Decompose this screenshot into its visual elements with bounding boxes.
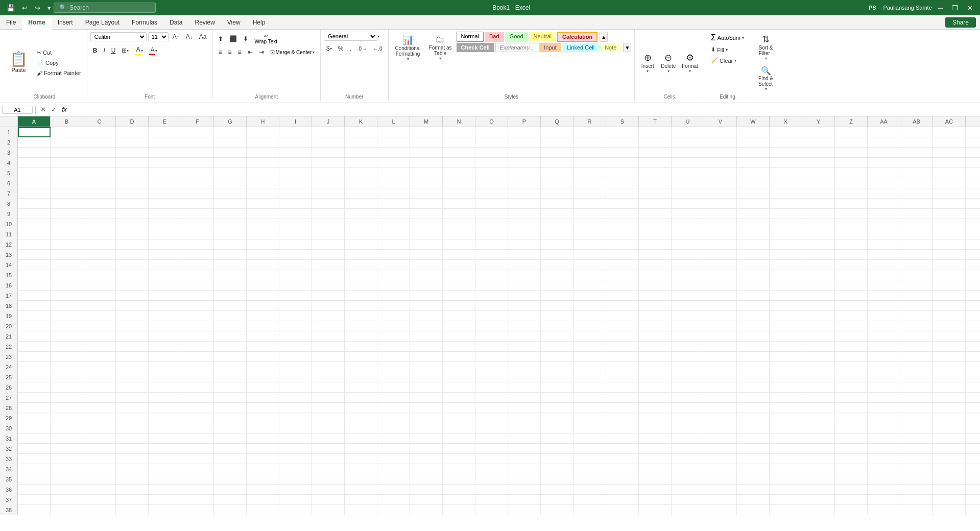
cell-AB25[interactable] <box>900 372 933 382</box>
cell-A17[interactable] <box>18 291 51 301</box>
cell-N22[interactable] <box>443 342 475 352</box>
cell-A13[interactable] <box>18 250 51 260</box>
cell-S1[interactable] <box>606 127 639 137</box>
cell-L4[interactable] <box>377 158 410 168</box>
cell-E36[interactable] <box>149 485 181 495</box>
cell-G18[interactable] <box>214 301 247 311</box>
row-header-35[interactable]: 35 <box>0 474 18 485</box>
middle-align-button[interactable]: ⬛ <box>227 32 240 46</box>
cell-AA25[interactable] <box>868 372 900 382</box>
cell-D10[interactable] <box>116 219 149 229</box>
insert-button[interactable]: ⊕ Insert ▾ <box>638 50 657 76</box>
cell-X8[interactable] <box>770 199 802 209</box>
cell-B9[interactable] <box>51 209 83 219</box>
cell-E5[interactable] <box>149 168 181 178</box>
cell-I22[interactable] <box>279 342 312 352</box>
cell-AC8[interactable] <box>933 199 966 209</box>
row-header-8[interactable]: 8 <box>0 199 18 209</box>
cell-E30[interactable] <box>149 423 181 433</box>
cell-I6[interactable] <box>279 178 312 188</box>
cell-AC28[interactable] <box>933 403 966 413</box>
cell-U33[interactable] <box>672 454 704 464</box>
cell-X13[interactable] <box>770 250 802 260</box>
cell-Q32[interactable] <box>541 444 573 454</box>
cell-AC23[interactable] <box>933 352 966 362</box>
cell-G22[interactable] <box>214 342 247 352</box>
cell-H36[interactable] <box>247 485 279 495</box>
cell-M36[interactable] <box>410 485 443 495</box>
cell-G13[interactable] <box>214 250 247 260</box>
cell-O13[interactable] <box>475 250 508 260</box>
cell-W21[interactable] <box>737 331 770 342</box>
cell-X29[interactable] <box>770 413 802 423</box>
cell-Q4[interactable] <box>541 158 573 168</box>
cell-W5[interactable] <box>737 168 770 178</box>
cell-Z27[interactable] <box>835 393 868 403</box>
cell-L22[interactable] <box>377 342 410 352</box>
style-neutral[interactable]: Neutral <box>529 32 556 42</box>
cell-S22[interactable] <box>606 342 639 352</box>
increase-decimal-button[interactable]: .0→ <box>355 43 369 54</box>
col-header-G[interactable]: G <box>214 116 247 127</box>
cell-D9[interactable] <box>116 209 149 219</box>
cell-H5[interactable] <box>247 168 279 178</box>
cell-Z28[interactable] <box>835 403 868 413</box>
cell-F7[interactable] <box>181 188 214 199</box>
cell-J6[interactable] <box>312 178 345 188</box>
col-header-K[interactable]: K <box>345 116 377 127</box>
cell-AB26[interactable] <box>900 382 933 393</box>
cell-P30[interactable] <box>508 423 541 433</box>
left-align-button[interactable]: ≡ <box>216 47 224 57</box>
cell-N1[interactable] <box>443 127 475 137</box>
row-header-26[interactable]: 26 <box>0 382 18 393</box>
cell-O1[interactable] <box>475 127 508 137</box>
cell-Q5[interactable] <box>541 168 573 178</box>
cell-U14[interactable] <box>672 260 704 270</box>
cell-B19[interactable] <box>51 311 83 321</box>
top-align-button[interactable]: ⬆ <box>216 32 226 46</box>
cell-AC26[interactable] <box>933 382 966 393</box>
col-header-D[interactable]: D <box>116 116 149 127</box>
cell-S9[interactable] <box>606 209 639 219</box>
cell-X25[interactable] <box>770 372 802 382</box>
cell-U30[interactable] <box>672 423 704 433</box>
bottom-align-button[interactable]: ⬇ <box>241 32 251 46</box>
cell-H18[interactable] <box>247 301 279 311</box>
cell-G15[interactable] <box>214 270 247 280</box>
cell-H10[interactable] <box>247 219 279 229</box>
cell-B38[interactable] <box>51 505 83 515</box>
cell-C4[interactable] <box>83 158 116 168</box>
cell-S20[interactable] <box>606 321 639 331</box>
cell-E34[interactable] <box>149 464 181 474</box>
cell-T11[interactable] <box>639 229 672 239</box>
row-header-36[interactable]: 36 <box>0 485 18 495</box>
cell-G25[interactable] <box>214 372 247 382</box>
cell-O29[interactable] <box>475 413 508 423</box>
cell-J17[interactable] <box>312 291 345 301</box>
cell-AC22[interactable] <box>933 342 966 352</box>
cell-AA31[interactable] <box>868 433 900 444</box>
cell-R21[interactable] <box>573 331 606 342</box>
tab-insert[interactable]: Insert <box>52 17 79 30</box>
cell-G27[interactable] <box>214 393 247 403</box>
cell-C17[interactable] <box>83 291 116 301</box>
cell-I2[interactable] <box>279 137 312 148</box>
cell-R16[interactable] <box>573 280 606 291</box>
cell-Q17[interactable] <box>541 291 573 301</box>
cell-C10[interactable] <box>83 219 116 229</box>
cell-B24[interactable] <box>51 362 83 372</box>
cell-K9[interactable] <box>345 209 377 219</box>
cell-L35[interactable] <box>377 474 410 485</box>
cell-W6[interactable] <box>737 178 770 188</box>
cell-P1[interactable] <box>508 127 541 137</box>
cell-X21[interactable] <box>770 331 802 342</box>
cell-W22[interactable] <box>737 342 770 352</box>
cell-AC27[interactable] <box>933 393 966 403</box>
cell-W1[interactable] <box>737 127 770 137</box>
cell-V18[interactable] <box>704 301 737 311</box>
cell-P18[interactable] <box>508 301 541 311</box>
cell-N24[interactable] <box>443 362 475 372</box>
cell-C14[interactable] <box>83 260 116 270</box>
cell-O21[interactable] <box>475 331 508 342</box>
cell-V10[interactable] <box>704 219 737 229</box>
